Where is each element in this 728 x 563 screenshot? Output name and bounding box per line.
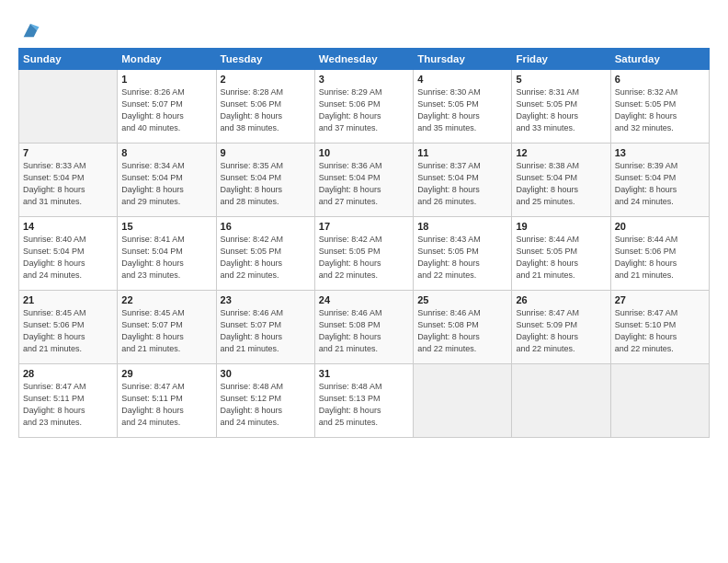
day-cell [512, 364, 610, 438]
sun-info: Sunrise: 8:31 AM Sunset: 5:05 PM Dayligh… [516, 86, 606, 134]
header-cell-sunday: Sunday [19, 49, 118, 70]
day-cell: 13Sunrise: 8:39 AM Sunset: 5:04 PM Dayli… [610, 144, 709, 217]
logo-icon [20, 20, 40, 40]
day-cell: 26Sunrise: 8:47 AM Sunset: 5:09 PM Dayli… [512, 291, 610, 364]
day-cell: 12Sunrise: 8:38 AM Sunset: 5:04 PM Dayli… [512, 144, 610, 217]
sun-info: Sunrise: 8:33 AM Sunset: 5:04 PM Dayligh… [23, 160, 113, 208]
sun-info: Sunrise: 8:48 AM Sunset: 5:12 PM Dayligh… [221, 381, 311, 429]
header-cell-friday: Friday [512, 49, 610, 70]
week-row-1: 1Sunrise: 8:26 AM Sunset: 5:07 PM Daylig… [19, 70, 710, 144]
day-number: 15 [121, 221, 211, 232]
day-number: 4 [417, 74, 507, 85]
sun-info: Sunrise: 8:43 AM Sunset: 5:05 PM Dayligh… [417, 234, 507, 282]
week-row-4: 21Sunrise: 8:45 AM Sunset: 5:06 PM Dayli… [19, 291, 710, 364]
sun-info: Sunrise: 8:28 AM Sunset: 5:06 PM Dayligh… [221, 86, 311, 134]
day-number: 31 [319, 368, 409, 379]
day-cell: 15Sunrise: 8:41 AM Sunset: 5:04 PM Dayli… [118, 217, 216, 291]
sun-info: Sunrise: 8:47 AM Sunset: 5:10 PM Dayligh… [615, 307, 705, 355]
header [18, 17, 710, 40]
day-cell: 11Sunrise: 8:37 AM Sunset: 5:04 PM Dayli… [414, 144, 512, 217]
day-number: 26 [516, 294, 606, 305]
day-number: 2 [221, 74, 311, 85]
day-cell: 20Sunrise: 8:44 AM Sunset: 5:06 PM Dayli… [610, 217, 709, 291]
day-cell: 28Sunrise: 8:47 AM Sunset: 5:11 PM Dayli… [19, 364, 118, 438]
sun-info: Sunrise: 8:42 AM Sunset: 5:05 PM Dayligh… [319, 234, 409, 282]
day-number: 5 [516, 74, 606, 85]
day-cell: 23Sunrise: 8:46 AM Sunset: 5:07 PM Dayli… [216, 291, 314, 364]
day-number: 11 [417, 147, 507, 158]
day-cell: 16Sunrise: 8:42 AM Sunset: 5:05 PM Dayli… [216, 217, 314, 291]
sun-info: Sunrise: 8:46 AM Sunset: 5:07 PM Dayligh… [221, 307, 311, 355]
header-cell-saturday: Saturday [610, 49, 709, 70]
day-cell: 4Sunrise: 8:30 AM Sunset: 5:05 PM Daylig… [414, 70, 512, 144]
day-cell: 17Sunrise: 8:42 AM Sunset: 5:05 PM Dayli… [314, 217, 413, 291]
day-number: 13 [615, 147, 705, 158]
day-cell: 2Sunrise: 8:28 AM Sunset: 5:06 PM Daylig… [216, 70, 314, 144]
day-number: 17 [319, 221, 409, 232]
day-number: 16 [221, 221, 311, 232]
sun-info: Sunrise: 8:26 AM Sunset: 5:07 PM Dayligh… [121, 86, 211, 134]
calendar-page: SundayMondayTuesdayWednesdayThursdayFrid… [0, 0, 728, 563]
week-row-2: 7Sunrise: 8:33 AM Sunset: 5:04 PM Daylig… [19, 144, 710, 217]
sun-info: Sunrise: 8:40 AM Sunset: 5:04 PM Dayligh… [23, 234, 113, 282]
sun-info: Sunrise: 8:46 AM Sunset: 5:08 PM Dayligh… [319, 307, 409, 355]
header-row: SundayMondayTuesdayWednesdayThursdayFrid… [19, 49, 710, 70]
sun-info: Sunrise: 8:41 AM Sunset: 5:04 PM Dayligh… [121, 234, 211, 282]
sun-info: Sunrise: 8:34 AM Sunset: 5:04 PM Dayligh… [121, 160, 211, 208]
day-cell: 10Sunrise: 8:36 AM Sunset: 5:04 PM Dayli… [314, 144, 413, 217]
sun-info: Sunrise: 8:45 AM Sunset: 5:06 PM Dayligh… [23, 307, 113, 355]
day-cell: 29Sunrise: 8:47 AM Sunset: 5:11 PM Dayli… [118, 364, 216, 438]
day-number: 18 [417, 221, 507, 232]
week-row-3: 14Sunrise: 8:40 AM Sunset: 5:04 PM Dayli… [19, 217, 710, 291]
calendar-header: SundayMondayTuesdayWednesdayThursdayFrid… [19, 49, 710, 70]
sun-info: Sunrise: 8:45 AM Sunset: 5:07 PM Dayligh… [121, 307, 211, 355]
day-cell [414, 364, 512, 438]
day-cell: 27Sunrise: 8:47 AM Sunset: 5:10 PM Dayli… [610, 291, 709, 364]
sun-info: Sunrise: 8:46 AM Sunset: 5:08 PM Dayligh… [417, 307, 507, 355]
day-number: 6 [615, 74, 705, 85]
day-cell: 30Sunrise: 8:48 AM Sunset: 5:12 PM Dayli… [216, 364, 314, 438]
header-cell-monday: Monday [118, 49, 216, 70]
day-number: 29 [121, 368, 211, 379]
day-number: 22 [121, 294, 211, 305]
day-cell: 14Sunrise: 8:40 AM Sunset: 5:04 PM Dayli… [19, 217, 118, 291]
day-number: 25 [417, 294, 507, 305]
day-number: 23 [221, 294, 311, 305]
day-cell: 6Sunrise: 8:32 AM Sunset: 5:05 PM Daylig… [610, 70, 709, 144]
sun-info: Sunrise: 8:44 AM Sunset: 5:06 PM Dayligh… [615, 234, 705, 282]
day-number: 21 [23, 294, 113, 305]
week-row-5: 28Sunrise: 8:47 AM Sunset: 5:11 PM Dayli… [19, 364, 710, 438]
day-cell: 8Sunrise: 8:34 AM Sunset: 5:04 PM Daylig… [118, 144, 216, 217]
day-cell: 9Sunrise: 8:35 AM Sunset: 5:04 PM Daylig… [216, 144, 314, 217]
sun-info: Sunrise: 8:47 AM Sunset: 5:11 PM Dayligh… [121, 381, 211, 429]
day-cell: 21Sunrise: 8:45 AM Sunset: 5:06 PM Dayli… [19, 291, 118, 364]
day-cell: 22Sunrise: 8:45 AM Sunset: 5:07 PM Dayli… [118, 291, 216, 364]
day-cell: 31Sunrise: 8:48 AM Sunset: 5:13 PM Dayli… [314, 364, 413, 438]
sun-info: Sunrise: 8:47 AM Sunset: 5:09 PM Dayligh… [516, 307, 606, 355]
day-number: 3 [319, 74, 409, 85]
day-number: 19 [516, 221, 606, 232]
sun-info: Sunrise: 8:47 AM Sunset: 5:11 PM Dayligh… [23, 381, 113, 429]
header-cell-wednesday: Wednesday [314, 49, 413, 70]
day-number: 24 [319, 294, 409, 305]
sun-info: Sunrise: 8:32 AM Sunset: 5:05 PM Dayligh… [615, 86, 705, 134]
sun-info: Sunrise: 8:38 AM Sunset: 5:04 PM Dayligh… [516, 160, 606, 208]
day-cell: 18Sunrise: 8:43 AM Sunset: 5:05 PM Dayli… [414, 217, 512, 291]
header-cell-thursday: Thursday [414, 49, 512, 70]
day-cell: 24Sunrise: 8:46 AM Sunset: 5:08 PM Dayli… [314, 291, 413, 364]
sun-info: Sunrise: 8:39 AM Sunset: 5:04 PM Dayligh… [615, 160, 705, 208]
sun-info: Sunrise: 8:44 AM Sunset: 5:05 PM Dayligh… [516, 234, 606, 282]
day-cell [610, 364, 709, 438]
day-cell: 5Sunrise: 8:31 AM Sunset: 5:05 PM Daylig… [512, 70, 610, 144]
day-number: 27 [615, 294, 705, 305]
sun-info: Sunrise: 8:35 AM Sunset: 5:04 PM Dayligh… [221, 160, 311, 208]
calendar-body: 1Sunrise: 8:26 AM Sunset: 5:07 PM Daylig… [19, 70, 710, 438]
day-cell: 1Sunrise: 8:26 AM Sunset: 5:07 PM Daylig… [118, 70, 216, 144]
day-cell [19, 70, 118, 144]
day-number: 1 [121, 74, 211, 85]
calendar-table: SundayMondayTuesdayWednesdayThursdayFrid… [18, 48, 710, 438]
day-cell: 3Sunrise: 8:29 AM Sunset: 5:06 PM Daylig… [314, 70, 413, 144]
sun-info: Sunrise: 8:30 AM Sunset: 5:05 PM Dayligh… [417, 86, 507, 134]
sun-info: Sunrise: 8:42 AM Sunset: 5:05 PM Dayligh… [221, 234, 311, 282]
day-number: 7 [23, 147, 113, 158]
